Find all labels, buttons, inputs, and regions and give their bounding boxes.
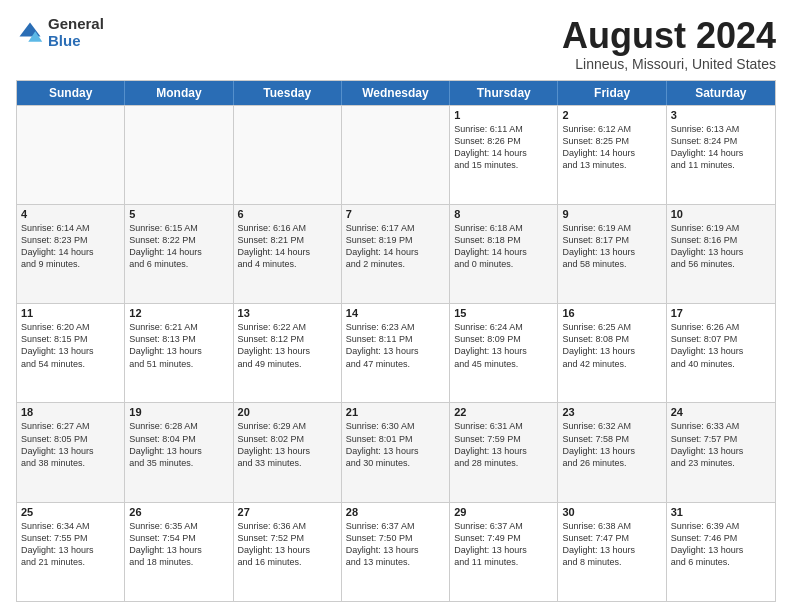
day-number: 1 [454, 109, 553, 121]
day-info: Sunrise: 6:19 AM Sunset: 8:16 PM Dayligh… [671, 222, 771, 271]
day-number: 30 [562, 506, 661, 518]
day-cell-8: 8Sunrise: 6:18 AM Sunset: 8:18 PM Daylig… [450, 205, 558, 303]
day-number: 10 [671, 208, 771, 220]
day-info: Sunrise: 6:24 AM Sunset: 8:09 PM Dayligh… [454, 321, 553, 370]
day-number: 9 [562, 208, 661, 220]
header-day-tuesday: Tuesday [234, 81, 342, 105]
day-cell-7: 7Sunrise: 6:17 AM Sunset: 8:19 PM Daylig… [342, 205, 450, 303]
logo-general-label: General [48, 16, 104, 33]
day-info: Sunrise: 6:23 AM Sunset: 8:11 PM Dayligh… [346, 321, 445, 370]
day-info: Sunrise: 6:37 AM Sunset: 7:50 PM Dayligh… [346, 520, 445, 569]
logo-blue-label: Blue [48, 33, 104, 50]
day-number: 23 [562, 406, 661, 418]
day-info: Sunrise: 6:32 AM Sunset: 7:58 PM Dayligh… [562, 420, 661, 469]
day-cell-21: 21Sunrise: 6:30 AM Sunset: 8:01 PM Dayli… [342, 403, 450, 501]
empty-cell [17, 106, 125, 204]
day-number: 11 [21, 307, 120, 319]
day-number: 26 [129, 506, 228, 518]
day-cell-30: 30Sunrise: 6:38 AM Sunset: 7:47 PM Dayli… [558, 503, 666, 601]
day-cell-19: 19Sunrise: 6:28 AM Sunset: 8:04 PM Dayli… [125, 403, 233, 501]
day-number: 4 [21, 208, 120, 220]
title-location: Linneus, Missouri, United States [562, 56, 776, 72]
day-cell-1: 1Sunrise: 6:11 AM Sunset: 8:26 PM Daylig… [450, 106, 558, 204]
logo: General Blue [16, 16, 104, 49]
day-cell-9: 9Sunrise: 6:19 AM Sunset: 8:17 PM Daylig… [558, 205, 666, 303]
day-cell-3: 3Sunrise: 6:13 AM Sunset: 8:24 PM Daylig… [667, 106, 775, 204]
day-number: 18 [21, 406, 120, 418]
empty-cell [125, 106, 233, 204]
calendar-row-3: 11Sunrise: 6:20 AM Sunset: 8:15 PM Dayli… [17, 303, 775, 402]
day-number: 15 [454, 307, 553, 319]
day-number: 16 [562, 307, 661, 319]
day-cell-15: 15Sunrise: 6:24 AM Sunset: 8:09 PM Dayli… [450, 304, 558, 402]
day-number: 29 [454, 506, 553, 518]
day-cell-11: 11Sunrise: 6:20 AM Sunset: 8:15 PM Dayli… [17, 304, 125, 402]
day-info: Sunrise: 6:20 AM Sunset: 8:15 PM Dayligh… [21, 321, 120, 370]
day-info: Sunrise: 6:19 AM Sunset: 8:17 PM Dayligh… [562, 222, 661, 271]
day-cell-26: 26Sunrise: 6:35 AM Sunset: 7:54 PM Dayli… [125, 503, 233, 601]
calendar-row-2: 4Sunrise: 6:14 AM Sunset: 8:23 PM Daylig… [17, 204, 775, 303]
day-number: 5 [129, 208, 228, 220]
logo-icon [16, 19, 44, 47]
day-number: 21 [346, 406, 445, 418]
day-info: Sunrise: 6:13 AM Sunset: 8:24 PM Dayligh… [671, 123, 771, 172]
day-cell-24: 24Sunrise: 6:33 AM Sunset: 7:57 PM Dayli… [667, 403, 775, 501]
day-cell-23: 23Sunrise: 6:32 AM Sunset: 7:58 PM Dayli… [558, 403, 666, 501]
day-number: 20 [238, 406, 337, 418]
calendar: SundayMondayTuesdayWednesdayThursdayFrid… [16, 80, 776, 602]
day-info: Sunrise: 6:33 AM Sunset: 7:57 PM Dayligh… [671, 420, 771, 469]
day-info: Sunrise: 6:15 AM Sunset: 8:22 PM Dayligh… [129, 222, 228, 271]
day-number: 7 [346, 208, 445, 220]
day-info: Sunrise: 6:34 AM Sunset: 7:55 PM Dayligh… [21, 520, 120, 569]
title-month: August 2024 [562, 16, 776, 56]
day-cell-14: 14Sunrise: 6:23 AM Sunset: 8:11 PM Dayli… [342, 304, 450, 402]
day-info: Sunrise: 6:39 AM Sunset: 7:46 PM Dayligh… [671, 520, 771, 569]
day-number: 6 [238, 208, 337, 220]
empty-cell [342, 106, 450, 204]
header-day-monday: Monday [125, 81, 233, 105]
page: General Blue August 2024 Linneus, Missou… [0, 0, 792, 612]
day-info: Sunrise: 6:36 AM Sunset: 7:52 PM Dayligh… [238, 520, 337, 569]
header-day-thursday: Thursday [450, 81, 558, 105]
day-cell-12: 12Sunrise: 6:21 AM Sunset: 8:13 PM Dayli… [125, 304, 233, 402]
calendar-header: SundayMondayTuesdayWednesdayThursdayFrid… [17, 81, 775, 105]
day-number: 3 [671, 109, 771, 121]
day-number: 31 [671, 506, 771, 518]
day-info: Sunrise: 6:26 AM Sunset: 8:07 PM Dayligh… [671, 321, 771, 370]
day-info: Sunrise: 6:16 AM Sunset: 8:21 PM Dayligh… [238, 222, 337, 271]
day-info: Sunrise: 6:31 AM Sunset: 7:59 PM Dayligh… [454, 420, 553, 469]
header: General Blue August 2024 Linneus, Missou… [16, 16, 776, 72]
day-number: 13 [238, 307, 337, 319]
day-info: Sunrise: 6:11 AM Sunset: 8:26 PM Dayligh… [454, 123, 553, 172]
day-info: Sunrise: 6:38 AM Sunset: 7:47 PM Dayligh… [562, 520, 661, 569]
calendar-body: 1Sunrise: 6:11 AM Sunset: 8:26 PM Daylig… [17, 105, 775, 601]
day-cell-5: 5Sunrise: 6:15 AM Sunset: 8:22 PM Daylig… [125, 205, 233, 303]
day-number: 22 [454, 406, 553, 418]
day-number: 25 [21, 506, 120, 518]
day-info: Sunrise: 6:12 AM Sunset: 8:25 PM Dayligh… [562, 123, 661, 172]
header-day-sunday: Sunday [17, 81, 125, 105]
day-info: Sunrise: 6:14 AM Sunset: 8:23 PM Dayligh… [21, 222, 120, 271]
day-number: 24 [671, 406, 771, 418]
day-cell-22: 22Sunrise: 6:31 AM Sunset: 7:59 PM Dayli… [450, 403, 558, 501]
calendar-row-4: 18Sunrise: 6:27 AM Sunset: 8:05 PM Dayli… [17, 402, 775, 501]
day-info: Sunrise: 6:35 AM Sunset: 7:54 PM Dayligh… [129, 520, 228, 569]
day-cell-4: 4Sunrise: 6:14 AM Sunset: 8:23 PM Daylig… [17, 205, 125, 303]
day-info: Sunrise: 6:30 AM Sunset: 8:01 PM Dayligh… [346, 420, 445, 469]
day-info: Sunrise: 6:18 AM Sunset: 8:18 PM Dayligh… [454, 222, 553, 271]
header-day-friday: Friday [558, 81, 666, 105]
header-day-saturday: Saturday [667, 81, 775, 105]
day-number: 17 [671, 307, 771, 319]
calendar-row-1: 1Sunrise: 6:11 AM Sunset: 8:26 PM Daylig… [17, 105, 775, 204]
day-cell-17: 17Sunrise: 6:26 AM Sunset: 8:07 PM Dayli… [667, 304, 775, 402]
day-cell-28: 28Sunrise: 6:37 AM Sunset: 7:50 PM Dayli… [342, 503, 450, 601]
day-cell-25: 25Sunrise: 6:34 AM Sunset: 7:55 PM Dayli… [17, 503, 125, 601]
day-cell-29: 29Sunrise: 6:37 AM Sunset: 7:49 PM Dayli… [450, 503, 558, 601]
day-info: Sunrise: 6:37 AM Sunset: 7:49 PM Dayligh… [454, 520, 553, 569]
day-cell-20: 20Sunrise: 6:29 AM Sunset: 8:02 PM Dayli… [234, 403, 342, 501]
empty-cell [234, 106, 342, 204]
day-info: Sunrise: 6:21 AM Sunset: 8:13 PM Dayligh… [129, 321, 228, 370]
header-day-wednesday: Wednesday [342, 81, 450, 105]
day-cell-10: 10Sunrise: 6:19 AM Sunset: 8:16 PM Dayli… [667, 205, 775, 303]
day-cell-6: 6Sunrise: 6:16 AM Sunset: 8:21 PM Daylig… [234, 205, 342, 303]
